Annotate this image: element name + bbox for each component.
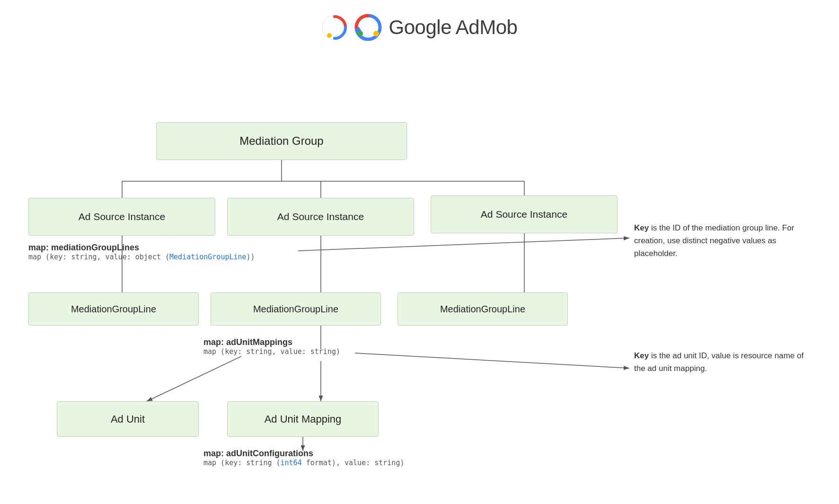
diagram-lines <box>0 61 839 504</box>
key-note-2: Key is the ad unit ID, value is resource… <box>634 349 814 375</box>
page-header: Google AdMob <box>0 0 839 61</box>
mediation-group-line-2-box: MediationGroupLine <box>211 292 381 326</box>
svg-point-2 <box>322 25 327 30</box>
ad-unit-mapping-box: Ad Unit Mapping <box>227 401 379 437</box>
map-mediation-lines-annotation: map: mediationGroupLines map (key: strin… <box>28 243 255 261</box>
key-note-1-text: is the ID of the mediation group line. F… <box>634 223 794 258</box>
admob-logo-icon <box>322 15 347 40</box>
map-ad-unit-mappings-sub: map (key: string, value: string) <box>203 347 340 356</box>
ad-source-instance-1-box: Ad Source Instance <box>28 198 215 236</box>
svg-point-1 <box>327 33 332 38</box>
svg-point-3 <box>373 31 379 36</box>
page-title: Google AdMob <box>389 16 518 39</box>
int64-link: int64 <box>281 459 302 467</box>
diagram-container: Mediation Group Ad Source Instance Ad So… <box>0 61 839 504</box>
mediation-group-line-1-box: MediationGroupLine <box>28 292 199 326</box>
mediation-group-line-3-box: MediationGroupLine <box>397 292 568 326</box>
mediation-group-box: Mediation Group <box>156 122 407 160</box>
svg-point-4 <box>357 31 363 36</box>
key-note-2-text: is the ad unit ID, value is resource nam… <box>634 351 804 373</box>
map-ad-unit-configs-sub: map (key: string (int64 format), value: … <box>203 459 404 467</box>
map-ad-unit-configs-annotation: map: adUnitConfigurations map (key: stri… <box>203 449 404 467</box>
ad-source-instance-2-box: Ad Source Instance <box>227 198 414 236</box>
key-bold-2: Key <box>634 351 649 360</box>
admob-logo-full-icon <box>354 13 382 42</box>
map-ad-unit-configs-title: map: adUnitConfigurations <box>203 449 404 459</box>
svg-line-18 <box>147 356 241 401</box>
ad-source-instance-3-box: Ad Source Instance <box>431 195 618 233</box>
map-ad-unit-mappings-title: map: adUnitMappings <box>203 337 340 347</box>
ad-unit-box: Ad Unit <box>57 401 199 437</box>
svg-line-14 <box>298 238 629 251</box>
map-mediation-lines-sub: map (key: string, value: object (Mediati… <box>28 253 255 261</box>
key-bold-1: Key <box>634 223 649 232</box>
svg-line-16 <box>355 353 629 368</box>
mediation-group-line-link: MediationGroupLine <box>169 253 247 261</box>
map-mediation-lines-title: map: mediationGroupLines <box>28 243 255 253</box>
key-note-1: Key is the ID of the mediation group lin… <box>634 221 814 260</box>
map-ad-unit-mappings-annotation: map: adUnitMappings map (key: string, va… <box>203 337 340 356</box>
